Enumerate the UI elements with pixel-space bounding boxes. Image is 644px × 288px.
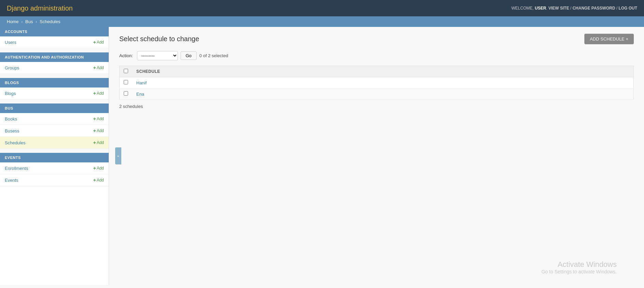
- sidebar-item-enrollments: Enrollments + Add: [0, 162, 109, 174]
- sidebar-section-blogs: BLOGS: [0, 78, 109, 87]
- sidebar-section-events: EVENTS: [0, 153, 109, 162]
- breadcrumb: Home › Bus › Schedules: [0, 16, 644, 27]
- sidebar-item-events: Events + Add: [0, 174, 109, 186]
- view-site-link[interactable]: VIEW SITE: [548, 6, 569, 11]
- collapse-sidebar-button[interactable]: «: [115, 147, 121, 164]
- row-checkbox-1[interactable]: [124, 80, 128, 84]
- sidebar-add-groups[interactable]: + Add: [93, 65, 104, 70]
- schedule-link-hanif[interactable]: Hanif: [136, 80, 147, 85]
- sidebar-section-auth: AUTHENTICATION AND AUTHORIZATION: [0, 52, 109, 62]
- sidebar-spacer-2: [0, 74, 109, 78]
- row-checkbox-2[interactable]: [124, 91, 128, 96]
- sidebar-link-schedules[interactable]: Schedules: [5, 140, 26, 145]
- site-title: Django administration: [7, 4, 73, 12]
- breadcrumb-sep-1: ›: [21, 19, 22, 24]
- plus-icon-blogs: +: [93, 91, 96, 96]
- sidebar-add-busess[interactable]: + Add: [93, 128, 104, 133]
- sidebar-add-enrollments[interactable]: + Add: [93, 165, 104, 171]
- sidebar: ACCOUNTS Users + Add AUTHENTICATION AND …: [0, 27, 109, 285]
- sidebar-add-books[interactable]: + Add: [93, 116, 104, 122]
- plus-icon-enrollments: +: [93, 165, 96, 171]
- sidebar-spacer-3: [0, 99, 109, 103]
- table-row: Ena: [120, 89, 634, 100]
- row-label-td-1: Hanif: [132, 77, 634, 89]
- logout-link[interactable]: LOG OUT: [618, 6, 637, 11]
- row-checkbox-td-2: [120, 89, 133, 100]
- select-all-checkbox[interactable]: [124, 69, 128, 73]
- add-schedule-button[interactable]: ADD SCHEDULE +: [584, 34, 634, 44]
- breadcrumb-bus[interactable]: Bus: [25, 19, 33, 24]
- sidebar-item-busess: Busess + Add: [0, 125, 109, 137]
- plus-icon-schedules: +: [93, 140, 96, 145]
- table-row: Hanif: [120, 77, 634, 89]
- table-select-all-th: [120, 66, 133, 77]
- breadcrumb-home[interactable]: Home: [7, 19, 19, 24]
- table-header-row: SCHEDULE: [120, 66, 634, 77]
- action-bar: Action: --------- Go 0 of 2 selected: [119, 51, 634, 60]
- go-button[interactable]: Go: [181, 51, 197, 60]
- sidebar-item-groups: Groups + Add: [0, 62, 109, 74]
- main-content: « Select schedule to change ADD SCHEDULE…: [109, 27, 644, 285]
- sidebar-link-blogs[interactable]: Blogs: [5, 91, 16, 96]
- plus-icon: +: [93, 39, 96, 45]
- row-label-td-2: Ena: [132, 89, 634, 100]
- row-checkbox-td-1: [120, 77, 133, 89]
- action-label: Action:: [119, 53, 133, 58]
- content-header: Select schedule to change ADD SCHEDULE +: [119, 34, 634, 44]
- user-tools: WELCOME, USER. VIEW SITE / CHANGE PASSWO…: [511, 6, 637, 11]
- table-col-schedule: SCHEDULE: [132, 66, 634, 77]
- sidebar-link-busess[interactable]: Busess: [5, 128, 19, 133]
- sidebar-item-users: Users + Add: [0, 36, 109, 48]
- plus-icon-books: +: [93, 116, 96, 122]
- sidebar-link-events[interactable]: Events: [5, 178, 18, 183]
- sidebar-spacer-1: [0, 48, 109, 52]
- action-select[interactable]: ---------: [137, 51, 178, 60]
- sidebar-spacer-4: [0, 149, 109, 153]
- sidebar-item-books: Books + Add: [0, 113, 109, 125]
- sidebar-section-bus: BUS: [0, 103, 109, 113]
- results-table: SCHEDULE Hanif: [119, 66, 634, 100]
- admin-header: Django administration WELCOME, USER. VIE…: [0, 0, 644, 16]
- breadcrumb-current: Schedules: [40, 19, 60, 24]
- welcome-text: WELCOME,: [511, 6, 534, 11]
- plus-icon-busess: +: [93, 128, 96, 133]
- sidebar-add-schedules[interactable]: + Add: [93, 140, 104, 145]
- sidebar-link-users[interactable]: Users: [5, 40, 16, 45]
- sidebar-section-accounts: ACCOUNTS: [0, 27, 109, 36]
- page-title: Select schedule to change: [119, 35, 199, 43]
- selected-count: 0 of 2 selected: [199, 53, 228, 58]
- sidebar-link-groups[interactable]: Groups: [5, 65, 19, 70]
- sidebar-add-events[interactable]: + Add: [93, 177, 104, 183]
- sidebar-add-users[interactable]: + Add: [93, 39, 104, 45]
- sidebar-add-blogs[interactable]: + Add: [93, 91, 104, 96]
- schedule-link-ena[interactable]: Ena: [136, 92, 144, 97]
- plus-icon-events: +: [93, 177, 96, 183]
- change-password-link[interactable]: CHANGE PASSWORD: [572, 6, 615, 11]
- plus-icon-groups: +: [93, 65, 96, 70]
- table-body: Hanif Ena: [120, 77, 634, 100]
- sidebar-item-blogs: Blogs + Add: [0, 87, 109, 99]
- sidebar-link-enrollments[interactable]: Enrollments: [5, 166, 28, 171]
- sidebar-item-schedules: Schedules + Add: [0, 137, 109, 149]
- username: USER: [535, 6, 546, 11]
- main-layout: ACCOUNTS Users + Add AUTHENTICATION AND …: [0, 27, 644, 285]
- total-count: 2 schedules: [119, 104, 634, 109]
- breadcrumb-sep-2: ›: [35, 19, 37, 24]
- sidebar-link-books[interactable]: Books: [5, 116, 17, 122]
